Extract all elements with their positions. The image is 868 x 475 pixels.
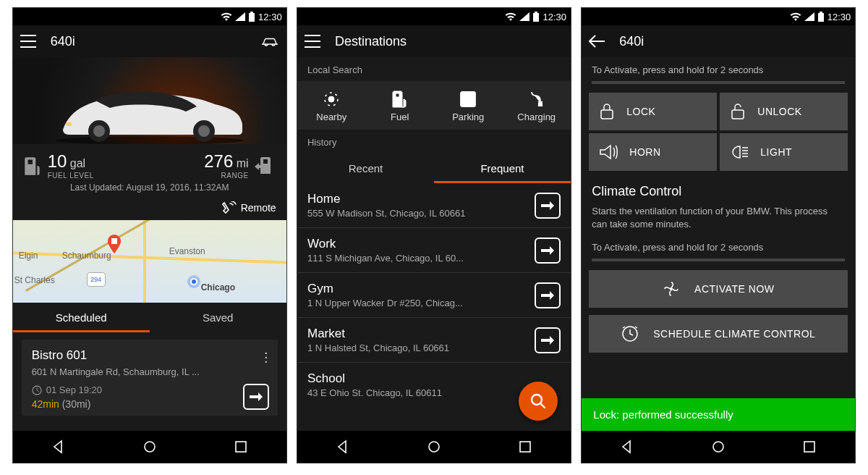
page-title: 640i <box>619 34 644 49</box>
fuel-pump-icon <box>23 155 42 177</box>
hamburger-icon[interactable] <box>305 35 320 48</box>
trip-address: 601 N Martingale Rd, Schaumburg, IL ... <box>32 366 268 377</box>
send-to-car-button[interactable] <box>535 327 561 353</box>
svg-rect-8 <box>66 122 72 126</box>
unlock-button[interactable]: UNLOCK <box>720 93 848 130</box>
section-local-search: Local Search <box>297 57 571 81</box>
list-item[interactable]: Market1 N Halsted St, Chicago, IL 60661 <box>297 318 571 363</box>
tab-recent[interactable]: Recent <box>297 154 434 183</box>
battery-icon <box>817 12 825 22</box>
home-button[interactable] <box>705 434 731 460</box>
car-icon[interactable] <box>260 35 279 47</box>
fuel-gauge: 10 gal FUEL LEVEL <box>23 151 94 180</box>
unlock-icon <box>730 103 746 120</box>
svg-point-7 <box>198 125 210 137</box>
svg-point-3 <box>56 136 244 144</box>
parking-icon <box>459 91 477 108</box>
svg-rect-24 <box>732 110 744 119</box>
svg-rect-22 <box>520 442 530 452</box>
section-history: History <box>297 130 571 154</box>
send-to-car-button[interactable] <box>535 282 561 308</box>
cell-signal-icon <box>804 12 814 21</box>
android-navbar <box>297 431 571 463</box>
recents-button[interactable] <box>796 434 822 460</box>
wifi-icon <box>790 12 801 21</box>
page-title: Destinations <box>335 34 407 49</box>
arrow-right-icon <box>541 335 554 345</box>
climate-description: Starts the ventilation function of your … <box>582 205 855 235</box>
svg-rect-9 <box>111 238 117 244</box>
clock: 12:30 <box>258 12 282 22</box>
svg-point-5 <box>93 125 105 137</box>
tab-scheduled[interactable]: Scheduled <box>13 303 150 332</box>
recents-button[interactable] <box>228 434 254 460</box>
arrow-right-icon <box>250 392 263 402</box>
wifi-icon <box>221 12 232 21</box>
trip-card[interactable]: Bistro 601 ··· 601 N Martingale Rd, Scha… <box>22 340 278 416</box>
back-arrow-icon[interactable] <box>589 35 605 48</box>
titlebar: Destinations <box>297 25 571 57</box>
svg-rect-14 <box>305 41 320 42</box>
fan-icon <box>663 280 680 298</box>
send-to-car-button[interactable] <box>535 238 561 264</box>
screen-destinations: 12:30 Destinations Local Search Nearby F… <box>297 7 571 463</box>
back-button[interactable] <box>614 434 640 460</box>
list-item[interactable]: Gym1 N Upper Wacker Dr #250, Chicag... <box>297 273 571 318</box>
quick-search-row: Nearby Fuel Parking Charging <box>297 81 571 130</box>
trip-tabs: Scheduled Saved <box>13 303 286 332</box>
remote-link[interactable]: Remote <box>13 197 286 220</box>
remote-button-grid: LOCK UNLOCK HORN LIGHT <box>582 93 855 171</box>
list-item[interactable]: Work111 S Michigan Ave, Chicago, IL 60..… <box>297 228 571 273</box>
clock: 12:30 <box>542 12 566 22</box>
home-button[interactable] <box>421 434 447 460</box>
battery-icon <box>248 12 255 22</box>
back-button[interactable] <box>330 434 356 460</box>
svg-rect-13 <box>305 35 320 36</box>
send-to-car-button[interactable] <box>535 193 561 219</box>
list-item[interactable]: Home555 W Madison St, Chicago, IL 60661 <box>297 183 571 228</box>
hamburger-icon[interactable] <box>20 35 36 48</box>
svg-rect-19 <box>538 103 542 106</box>
tab-saved[interactable]: Saved <box>150 303 286 332</box>
android-navbar <box>582 431 855 463</box>
hero-image <box>13 57 286 144</box>
send-to-car-button[interactable] <box>243 384 269 410</box>
search-icon <box>529 392 547 410</box>
history-tabs: Recent Frequent <box>297 154 571 183</box>
schedule-climate-button[interactable]: SCHEDULE CLIMATE CONTROL <box>589 315 848 353</box>
svg-point-27 <box>713 442 723 452</box>
headlight-icon <box>730 145 749 159</box>
home-button[interactable] <box>137 434 163 460</box>
recents-button[interactable] <box>512 434 538 460</box>
nearby-button[interactable]: Nearby <box>297 87 366 122</box>
parking-button[interactable]: Parking <box>434 87 503 122</box>
svg-rect-23 <box>601 110 613 119</box>
charging-button[interactable]: Charging <box>502 87 571 122</box>
statusbar: 12:30 <box>297 8 571 25</box>
activate-hint: To Activate, press and hold for 2 second… <box>582 57 855 81</box>
svg-point-16 <box>328 96 334 102</box>
light-button[interactable]: LIGHT <box>720 133 848 171</box>
tab-frequent[interactable]: Frequent <box>434 154 571 183</box>
clock: 12:30 <box>827 12 851 22</box>
map[interactable]: Elgin Schaumburg Evanston St Charles Chi… <box>13 220 286 303</box>
svg-point-21 <box>429 442 439 452</box>
lock-button[interactable]: LOCK <box>589 93 717 130</box>
depart-time-icon <box>32 385 42 395</box>
svg-rect-0 <box>20 35 36 36</box>
horn-button[interactable]: HORN <box>589 133 717 171</box>
arrow-right-icon <box>541 201 554 211</box>
arrow-right-icon <box>541 245 554 256</box>
search-fab[interactable] <box>519 382 558 421</box>
more-icon[interactable]: ··· <box>264 350 269 363</box>
svg-rect-1 <box>20 41 36 42</box>
statusbar: 12:30 <box>582 8 855 25</box>
activate-now-button[interactable]: ACTIVATE NOW <box>589 270 848 308</box>
back-button[interactable] <box>46 434 72 460</box>
fuel-button[interactable]: Fuel <box>365 87 434 122</box>
progress-bar <box>592 258 845 261</box>
climate-title: Climate Control <box>582 171 855 205</box>
destinations-list: Home555 W Madison St, Chicago, IL 60661 … <box>297 183 571 407</box>
horn-icon <box>599 145 618 159</box>
cell-signal-icon <box>235 12 245 21</box>
